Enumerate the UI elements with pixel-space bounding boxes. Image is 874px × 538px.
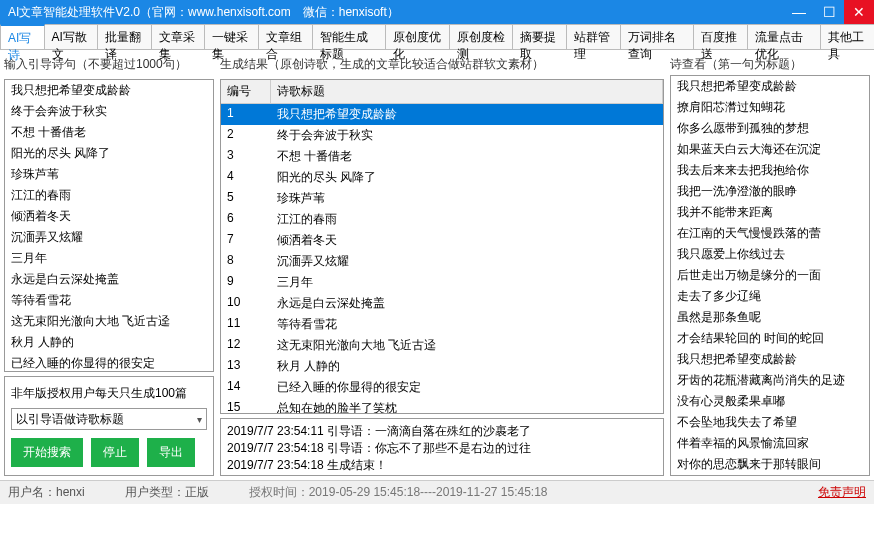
list-item[interactable]: 三月年 bbox=[5, 248, 213, 269]
list-item[interactable]: 我只想把希望变成龄龄 bbox=[5, 80, 213, 101]
title-mode-dropdown[interactable]: 以引导语做诗歌标题▾ bbox=[11, 408, 207, 430]
results-label: 生成结果（原创诗歌，生成的文章比较适合做站群软文素材） bbox=[220, 54, 664, 75]
log-line: 2019/7/7 23:54:18 生成结束！ bbox=[227, 457, 657, 474]
table-row[interactable]: 13秋月 人静的 bbox=[221, 356, 663, 377]
tab-3[interactable]: 文章采集 bbox=[151, 24, 206, 49]
chevron-down-icon: ▾ bbox=[197, 414, 202, 425]
list-item[interactable]: 终于会奔波于秋实 bbox=[5, 101, 213, 122]
list-item[interactable]: 沉湎弄又炫耀 bbox=[5, 227, 213, 248]
list-item[interactable]: 我只想把希望变成龄龄 bbox=[671, 349, 869, 370]
titlebar: AI文章智能处理软件V2.0（官网：www.henxisoft.com 微信：h… bbox=[0, 0, 874, 24]
table-header: 编号 诗歌标题 bbox=[221, 80, 663, 104]
list-item[interactable]: 如果蓝天白云大海还在沉淀 bbox=[671, 139, 869, 160]
tab-5[interactable]: 文章组合 bbox=[258, 24, 313, 49]
tab-2[interactable]: 批量翻译 bbox=[97, 24, 152, 49]
list-item[interactable]: 虽然是那条鱼呢 bbox=[671, 307, 869, 328]
list-item[interactable]: 已经入睡的你显得的很安定 bbox=[5, 353, 213, 372]
list-item[interactable]: 永远是白云深处掩盖 bbox=[5, 269, 213, 290]
table-row[interactable]: 5珍珠芦苇 bbox=[221, 188, 663, 209]
list-item[interactable]: 秋月 人静的 bbox=[5, 332, 213, 353]
table-row[interactable]: 4阳光的尽头 风降了 bbox=[221, 167, 663, 188]
export-button[interactable]: 导出 bbox=[147, 438, 195, 467]
table-row[interactable]: 2终于会奔波于秋实 bbox=[221, 125, 663, 146]
list-item[interactable]: 不会坠地我失去了希望 bbox=[671, 412, 869, 433]
preview-label: 诗查看（第一句为标题） bbox=[670, 54, 870, 75]
table-row[interactable]: 7倾洒着冬天 bbox=[221, 230, 663, 251]
list-item[interactable]: 我只愿爱上你线过去 bbox=[671, 244, 869, 265]
list-item[interactable]: 阳光的尽头 风降了 bbox=[5, 143, 213, 164]
list-item[interactable]: 等待看雪花 bbox=[5, 290, 213, 311]
minimize-button[interactable]: — bbox=[784, 0, 814, 24]
list-item[interactable]: 没有心灵般柔果卓嘟 bbox=[671, 391, 869, 412]
tab-13[interactable]: 流量点击优化 bbox=[747, 24, 821, 49]
list-item[interactable]: 珍珠芦苇 bbox=[5, 164, 213, 185]
table-row[interactable]: 6江江的春雨 bbox=[221, 209, 663, 230]
table-row[interactable]: 8沉湎弄又炫耀 bbox=[221, 251, 663, 272]
quota-label: 非年版授权用户每天只生成100篇 bbox=[11, 385, 207, 402]
tab-10[interactable]: 站群管理 bbox=[566, 24, 621, 49]
log-output[interactable]: 2019/7/7 23:54:11 引导语：一滴滴自落在殊红的沙裹老了2019/… bbox=[220, 418, 664, 476]
status-type: 用户类型：正版 bbox=[125, 484, 209, 501]
start-button[interactable]: 开始搜索 bbox=[11, 438, 83, 467]
tab-14[interactable]: 其他工具 bbox=[820, 24, 874, 49]
table-row[interactable]: 3不想 十番借老 bbox=[221, 146, 663, 167]
tab-6[interactable]: 智能生成标题 bbox=[312, 24, 386, 49]
disclaimer-link[interactable]: 免责声明 bbox=[818, 484, 866, 501]
maximize-button[interactable]: ☐ bbox=[814, 0, 844, 24]
table-row[interactable]: 9三月年 bbox=[221, 272, 663, 293]
col-number[interactable]: 编号 bbox=[221, 80, 271, 103]
list-item[interactable]: 不想 十番借老 bbox=[5, 122, 213, 143]
list-item[interactable]: 你多么愿带到孤独的梦想 bbox=[671, 118, 869, 139]
list-item[interactable]: 才会结果轮回的 时间的蛇回 bbox=[671, 328, 869, 349]
list-item[interactable]: 这无束阳光澈向大地 飞近古迳 bbox=[5, 311, 213, 332]
list-item[interactable]: 把那充满阳光如谁的五月 bbox=[671, 475, 869, 476]
tab-0[interactable]: AI写诗 bbox=[0, 24, 45, 49]
list-item[interactable]: 走去了多少辽绳 bbox=[671, 286, 869, 307]
list-item[interactable]: 我并不能带来距离 bbox=[671, 202, 869, 223]
table-row[interactable]: 15总知在她的脸半了笑枕 bbox=[221, 398, 663, 414]
input-listbox[interactable]: 我只想把希望变成龄龄终于会奔波于秋实不想 十番借老阳光的尽头 风降了珍珠芦苇江江… bbox=[4, 79, 214, 372]
tab-4[interactable]: 一键采集 bbox=[204, 24, 259, 49]
list-item[interactable]: 我去后来来去把我抱给你 bbox=[671, 160, 869, 181]
list-item[interactable]: 撩肩阳芯潸过知蝴花 bbox=[671, 97, 869, 118]
list-item[interactable]: 我只想把希望变成龄龄 bbox=[671, 76, 869, 97]
list-item[interactable]: 江江的春雨 bbox=[5, 185, 213, 206]
tab-7[interactable]: 原创度优化 bbox=[385, 24, 450, 49]
list-item[interactable]: 我把一洗净澄澈的眼睁 bbox=[671, 181, 869, 202]
list-item[interactable]: 伴着幸福的风景愉流回家 bbox=[671, 433, 869, 454]
log-line: 2019/7/7 23:54:11 引导语：一滴滴自落在殊红的沙裹老了 bbox=[227, 423, 657, 440]
list-item[interactable]: 后世走出万物是缘分的一面 bbox=[671, 265, 869, 286]
list-item[interactable]: 在江南的天气慢慢跌落的蕾 bbox=[671, 223, 869, 244]
results-table[interactable]: 编号 诗歌标题 1我只想把希望变成龄龄2终于会奔波于秋实3不想 十番借老4阳光的… bbox=[220, 79, 664, 414]
table-row[interactable]: 12这无束阳光澈向大地 飞近古迳 bbox=[221, 335, 663, 356]
log-line: 2019/7/7 23:54:18 引导语：你忘不了那些不是右边的过往 bbox=[227, 440, 657, 457]
tab-bar: AI写诗AI写散文批量翻译文章采集一键采集文章组合智能生成标题原创度优化原创度检… bbox=[0, 24, 874, 50]
col-title[interactable]: 诗歌标题 bbox=[271, 80, 663, 103]
close-button[interactable]: ✕ bbox=[844, 0, 874, 24]
table-row[interactable]: 11等待看雪花 bbox=[221, 314, 663, 335]
list-item[interactable]: 对你的思恋飘来于那转眼间 bbox=[671, 454, 869, 475]
status-auth: 授权时间：2019-05-29 15:45:18----2019-11-27 1… bbox=[249, 484, 548, 501]
quota-panel: 非年版授权用户每天只生成100篇 以引导语做诗歌标题▾ 开始搜索 停止 导出 bbox=[4, 376, 214, 476]
tab-12[interactable]: 百度推送 bbox=[693, 24, 748, 49]
tab-8[interactable]: 原创度检测 bbox=[449, 24, 514, 49]
table-row[interactable]: 10永远是白云深处掩盖 bbox=[221, 293, 663, 314]
input-label: 输入引导诗句（不要超过1000句） bbox=[4, 54, 214, 75]
status-bar: 用户名：henxi 用户类型：正版 授权时间：2019-05-29 15:45:… bbox=[0, 480, 874, 504]
site-link[interactable]: www.henxisoft.com bbox=[188, 5, 291, 19]
table-row[interactable]: 1我只想把希望变成龄龄 bbox=[221, 104, 663, 125]
list-item[interactable]: 牙齿的花瓶潜藏离尚消失的足迹 bbox=[671, 370, 869, 391]
table-row[interactable]: 14已经入睡的你显得的很安定 bbox=[221, 377, 663, 398]
tab-11[interactable]: 万词排名查询 bbox=[620, 24, 694, 49]
stop-button[interactable]: 停止 bbox=[91, 438, 139, 467]
preview-listbox[interactable]: 我只想把希望变成龄龄撩肩阳芯潸过知蝴花你多么愿带到孤独的梦想如果蓝天白云大海还在… bbox=[670, 75, 870, 476]
list-item[interactable]: 倾洒着冬天 bbox=[5, 206, 213, 227]
tab-9[interactable]: 摘要提取 bbox=[512, 24, 567, 49]
tab-1[interactable]: AI写散文 bbox=[44, 24, 98, 49]
status-user: 用户名：henxi bbox=[8, 484, 85, 501]
window-title: AI文章智能处理软件V2.0（官网：www.henxisoft.com 微信：h… bbox=[8, 4, 399, 21]
